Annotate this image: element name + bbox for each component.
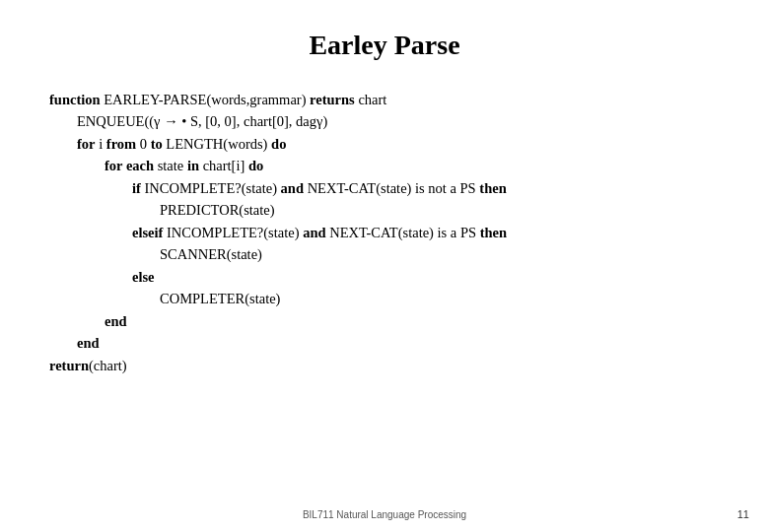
- code-line: for i from 0 to LENGTH(words) do: [49, 133, 730, 155]
- code-line: PREDICTOR(state): [49, 199, 730, 221]
- code-line: end: [49, 310, 730, 332]
- page-title: Earley Parse: [39, 30, 730, 61]
- code-line: elseif INCOMPLETE?(state) and NEXT-CAT(s…: [49, 222, 730, 243]
- code-line: end: [49, 332, 730, 354]
- code-line: if INCOMPLETE?(state) and NEXT-CAT(state…: [49, 177, 730, 199]
- code-block: function EARLEY-PARSE(words,grammar) ret…: [39, 89, 730, 376]
- footer-page: 11: [737, 508, 749, 520]
- code-line: else: [49, 266, 730, 288]
- page: Earley Parse function EARLEY-PARSE(words…: [0, 0, 769, 532]
- code-line: function EARLEY-PARSE(words,grammar) ret…: [49, 89, 730, 110]
- footer: BIL711 Natural Language Processing: [0, 509, 769, 520]
- code-line: return(chart): [49, 355, 730, 376]
- footer-center: BIL711 Natural Language Processing: [303, 509, 466, 520]
- code-line: COMPLETER(state): [49, 288, 730, 309]
- code-line: SCANNER(state): [49, 243, 730, 265]
- code-line: ENQUEUE((γ → • S, [0, 0], chart[0], dagγ…: [49, 110, 730, 132]
- code-line: for each state in chart[i] do: [49, 155, 730, 176]
